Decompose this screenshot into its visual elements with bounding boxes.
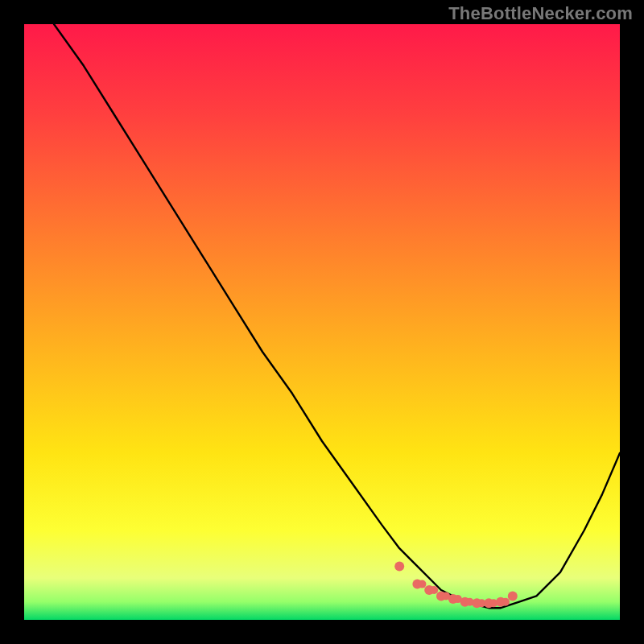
highlight-dot — [418, 580, 426, 588]
highlight-dot — [508, 591, 518, 601]
curve-layer — [24, 24, 620, 620]
watermark-text: TheBottleNecker.com — [448, 3, 633, 24]
chart-frame: TheBottleNecker.com — [0, 0, 644, 644]
highlight-dot — [394, 561, 404, 571]
highlight-dot — [430, 586, 438, 594]
highlight-dots — [394, 561, 518, 608]
highlight-dot — [502, 598, 510, 606]
plot-area — [24, 24, 620, 620]
bottleneck-curve — [54, 24, 620, 608]
